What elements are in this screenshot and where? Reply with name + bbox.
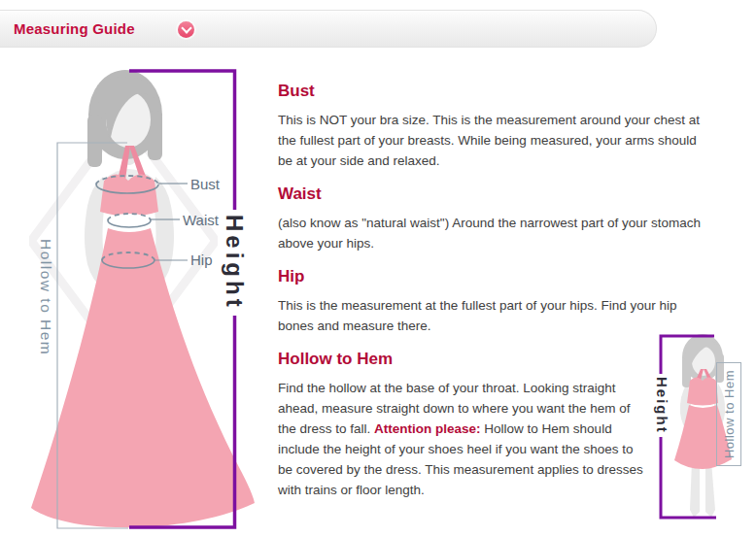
- header-title: Measuring Guide: [14, 20, 135, 37]
- small-height-measure-label: Height: [652, 374, 671, 437]
- large-dress-diagram: Height Hollow to Hem Bust Waist Hip: [29, 58, 272, 537]
- small-dress-diagram: Height Hollow to Hem: [641, 325, 756, 537]
- small-hollow-to-hem-box: Hollow to Hem: [716, 362, 741, 466]
- small-right-leg: [705, 461, 715, 518]
- attention-note: Attention please:: [374, 421, 481, 436]
- hip-pointer-label: Hip: [190, 252, 213, 268]
- hollow-to-hem-heading: Hollow to Hem: [278, 350, 703, 369]
- bust-pointer-label: Bust: [190, 176, 220, 192]
- bust-description: This is NOT your bra size. This is the m…: [278, 110, 703, 171]
- small-left-leg: [690, 461, 700, 518]
- hollow-to-hem-description: Find the hollow at the base of your thro…: [278, 378, 648, 500]
- hollow-to-hem-measure-label: Hollow to Hem: [35, 239, 56, 355]
- waist-heading: Waist: [278, 185, 703, 204]
- hip-description: This is the measurement at the fullest p…: [278, 295, 703, 336]
- hip-heading: Hip: [278, 267, 703, 286]
- section-hip: Hip This is the measurement at the fulle…: [278, 267, 703, 336]
- dress-bodice: [100, 175, 158, 217]
- waist-description: (also know as "natural waist") Around th…: [278, 213, 703, 253]
- section-waist: Waist (also know as "natural waist") Aro…: [278, 185, 703, 253]
- measuring-instructions: Bust This is NOT your bra size. This is …: [278, 82, 703, 500]
- section-hollow-to-hem: Hollow to Hem Find the hollow at the bas…: [278, 350, 703, 500]
- measuring-guide-header[interactable]: Measuring Guide: [0, 10, 657, 48]
- chevron-glyph: [181, 22, 191, 33]
- small-hollow-to-hem-label: Hollow to Hem: [722, 370, 737, 458]
- bust-heading: Bust: [278, 82, 703, 101]
- section-bust: Bust This is NOT your bra size. This is …: [278, 82, 703, 171]
- hair-left-strand: [87, 115, 102, 167]
- chevron-down-icon[interactable]: [178, 21, 194, 38]
- small-dress-bodice: [687, 378, 718, 406]
- waist-pointer-label: Waist: [183, 212, 219, 228]
- measuring-guide-page: Measuring Guide: [0, 0, 756, 537]
- height-measure-label: Height: [218, 210, 251, 316]
